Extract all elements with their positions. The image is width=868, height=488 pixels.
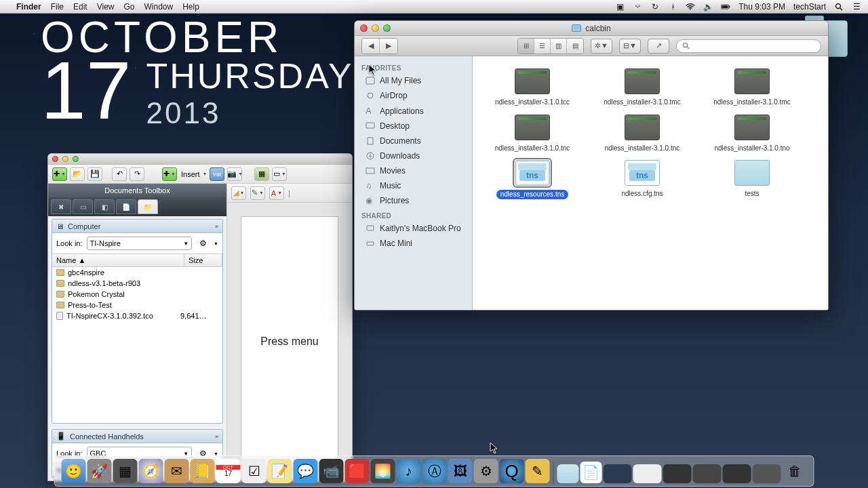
file-item[interactable]: tests — [698, 157, 806, 202]
menu-help[interactable]: Help — [182, 2, 199, 12]
file-item[interactable]: ndless_installer-3.1.0.tcc — [478, 66, 587, 109]
volume-icon[interactable]: 🔈 — [703, 2, 713, 12]
dock-min-3[interactable] — [663, 464, 692, 483]
sidebar-item-downloads[interactable]: Downloads — [355, 148, 472, 163]
coverflow-view-button[interactable]: ▤ — [567, 39, 583, 54]
dock-photobooth-icon[interactable]: 🟥 — [345, 459, 370, 483]
file-item[interactable]: ndless_installer-3.1.0.tmc — [698, 66, 806, 109]
toolbox-tab-5[interactable]: 📁 — [138, 199, 158, 214]
file-item[interactable]: ndless_resources.tns — [478, 157, 587, 202]
fill-color-button[interactable]: ◢ — [231, 186, 246, 200]
dock-min-5[interactable] — [723, 464, 751, 483]
view-mode-segment[interactable]: ⊞ ☰ ▥ ▤ — [517, 38, 584, 54]
col-name[interactable]: Name ▲ — [52, 254, 184, 266]
timemachine-icon[interactable]: ↻ — [650, 2, 660, 12]
wifi-icon[interactable] — [686, 2, 695, 12]
dock-facetime-icon[interactable]: 📹 — [319, 459, 344, 483]
col-size[interactable]: Size — [184, 254, 222, 266]
dock-folder-1[interactable] — [557, 464, 579, 483]
display-icon[interactable]: ▣ — [615, 2, 625, 12]
sync-icon[interactable]: ⌔ — [633, 2, 642, 12]
collapse-icon[interactable]: » — [215, 433, 218, 440]
page-button[interactable]: ▭ — [272, 167, 287, 181]
menu-go[interactable]: Go — [124, 2, 135, 12]
layout-button[interactable]: ▦ — [254, 167, 269, 181]
battery-icon[interactable] — [721, 2, 730, 12]
dock-notes-icon[interactable]: 📝 — [268, 459, 292, 483]
toolbox-tab-3[interactable]: ◧ — [94, 199, 115, 214]
dock-systemprefs-icon[interactable]: ⚙ — [474, 459, 498, 483]
dock-contacts-icon[interactable]: 📒 — [191, 459, 215, 483]
menubar-user[interactable]: techStart — [793, 2, 826, 12]
sidebar-item-applications[interactable]: AApplications — [355, 103, 472, 119]
sidebar-item-shared-1[interactable]: Kaitlyn's MacBook Pro — [355, 221, 472, 236]
list-item[interactable]: Pokemon Crystal — [52, 289, 222, 300]
list-item[interactable]: Press-to-Test — [52, 300, 222, 310]
file-item[interactable]: ndless_installer-3.1.0.tnc — [478, 112, 587, 155]
minimize-button[interactable] — [62, 156, 68, 162]
toolbox-tab-1[interactable]: ✖ — [51, 199, 71, 214]
dock-min-2[interactable] — [633, 464, 662, 483]
dock-itunes-icon[interactable]: ♪ — [397, 459, 421, 483]
spotlight-icon[interactable] — [834, 2, 844, 12]
search-input[interactable] — [676, 39, 821, 53]
text-color-button[interactable]: A — [269, 186, 284, 200]
arrange-menu-button[interactable]: ⊟▼ — [619, 39, 641, 54]
dock-folder-2[interactable]: 📄 — [580, 462, 602, 483]
dock-mail-icon[interactable]: ✉ — [165, 459, 189, 483]
sidebar-item-all-my-files[interactable]: All My Files — [355, 73, 472, 88]
save-button[interactable]: 💾 — [87, 167, 102, 181]
file-item[interactable]: ndless.cfg.tns — [588, 157, 696, 202]
sidebar-item-airdrop[interactable]: AirDrop — [355, 88, 472, 103]
dock-missioncontrol-icon[interactable]: ▦ — [113, 459, 138, 483]
icon-view-button[interactable]: ⊞ — [518, 39, 534, 54]
zoom-button[interactable] — [73, 156, 79, 162]
menu-window[interactable]: Window — [144, 2, 174, 12]
share-button[interactable]: ↗ — [648, 39, 669, 54]
dock-safari-icon[interactable]: 🧭 — [139, 459, 163, 483]
open-button[interactable]: 📂 — [70, 167, 85, 181]
list-item[interactable]: gbc4nspire — [52, 267, 222, 278]
sidebar-item-documents[interactable]: Documents — [355, 134, 472, 148]
document-page[interactable]: Press menu — [241, 216, 338, 467]
new-doc-button[interactable]: ✚ — [52, 167, 67, 181]
bluetooth-icon[interactable]: ᚼ — [668, 2, 677, 12]
line-color-button[interactable]: ✎ — [250, 186, 265, 200]
lookin-combo[interactable]: TI-Nspire▼ — [87, 237, 193, 250]
dock-appstore-icon[interactable]: Ⓐ — [422, 459, 447, 483]
list-item[interactable]: ndless-v3.1-beta-r903 — [52, 278, 222, 289]
redo-button[interactable]: ↷ — [130, 167, 144, 181]
sidebar-item-movies[interactable]: Movies — [355, 163, 472, 178]
nspire-titlebar[interactable] — [48, 154, 352, 165]
list-view-button[interactable]: ☰ — [534, 39, 551, 54]
dock-quicktime-icon[interactable]: Q — [500, 459, 524, 483]
dock-calendar-icon[interactable]: OCT17 — [216, 459, 241, 483]
menu-view[interactable]: View — [97, 2, 115, 12]
file-item[interactable]: ndless_installer-3.1.0.tno — [698, 112, 806, 155]
dock-reminders-icon[interactable]: ☑ — [242, 459, 267, 483]
column-view-button[interactable]: ▥ — [551, 39, 567, 54]
dock-nspire-icon[interactable]: ✎ — [526, 459, 550, 483]
dock-preview-icon[interactable]: 🖼 — [448, 459, 473, 483]
forward-button[interactable]: ▶ — [380, 39, 397, 54]
notification-center-icon[interactable]: ☰ — [852, 2, 861, 12]
close-button[interactable] — [52, 156, 58, 162]
action-menu-button[interactable]: ✲▼ — [591, 39, 612, 54]
undo-button[interactable]: ↶ — [112, 167, 127, 181]
app-name[interactable]: Finder — [16, 2, 41, 12]
computer-file-list[interactable]: gbc4nspire ndless-v3.1-beta-r903 Pokemon… — [52, 267, 222, 423]
dock-trash-icon[interactable]: 🗑 — [783, 459, 807, 483]
dock-finder-icon[interactable]: 🙂 — [62, 459, 86, 483]
dock-min-4[interactable] — [693, 464, 722, 483]
sidebar-item-music[interactable]: ♫Music — [355, 178, 472, 193]
insert-menu-button[interactable]: ✚ — [162, 167, 177, 181]
menubar-clock[interactable]: Thu 9:03 PM — [738, 2, 785, 12]
menu-edit[interactable]: Edit — [73, 2, 87, 12]
dock-min-6[interactable] — [753, 464, 781, 483]
dock-messages-icon[interactable]: 💬 — [294, 459, 318, 483]
sidebar-item-pictures[interactable]: ◉Pictures — [355, 193, 472, 208]
toolbox-tab-2[interactable]: ▭ — [73, 199, 93, 214]
capture-button[interactable]: 📷 — [227, 167, 242, 181]
back-button[interactable]: ◀ — [362, 39, 380, 54]
file-item[interactable]: ndless_installer-3.1.0.tmc — [588, 66, 696, 109]
